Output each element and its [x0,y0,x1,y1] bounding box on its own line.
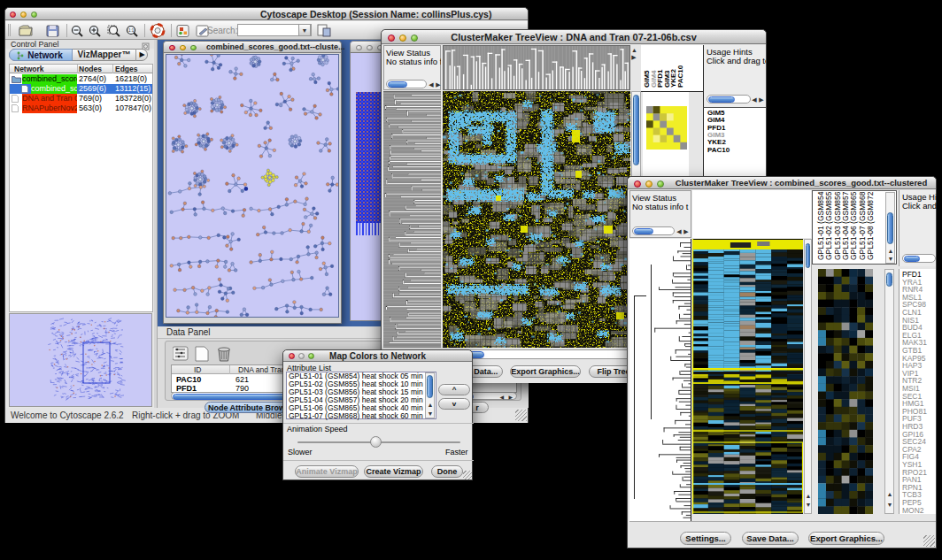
svg-text:1:1: 1:1 [128,28,135,33]
